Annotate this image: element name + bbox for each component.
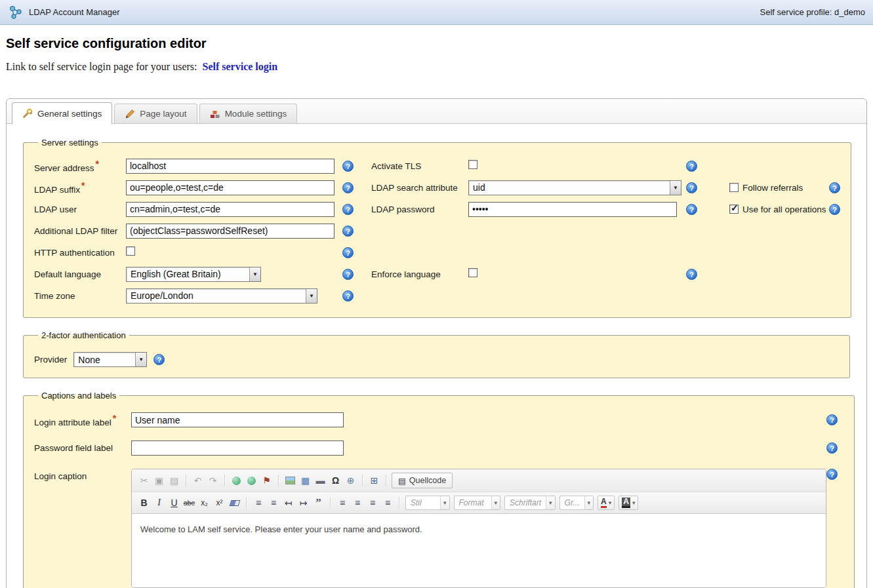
captions-legend: Captions and labels xyxy=(38,391,119,401)
ldap-search-attribute-select[interactable]: uid ▼ xyxy=(468,180,681,195)
provider-row: Provider None ▼ ? xyxy=(34,352,839,367)
additional-ldap-filter-input[interactable] xyxy=(126,224,335,239)
source-code-button[interactable]: ▤ Quellcode xyxy=(392,473,453,488)
help-icon[interactable]: ? xyxy=(686,269,697,280)
paste-button[interactable]: ▤ xyxy=(167,474,181,488)
help-icon[interactable]: ? xyxy=(826,442,838,454)
style-dropdown[interactable]: Stil ▾ xyxy=(405,496,450,510)
tab-module-settings[interactable]: Module settings xyxy=(199,104,298,123)
font-size-dropdown-label: Gr... xyxy=(560,496,584,509)
help-icon[interactable]: ? xyxy=(342,225,354,237)
enforce-language-checkbox[interactable] xyxy=(468,268,477,277)
align-justify-button[interactable]: ≡ xyxy=(380,496,394,510)
align-center-button[interactable]: ≡ xyxy=(350,496,364,510)
server-address-input[interactable] xyxy=(126,159,335,174)
help-icon[interactable]: ? xyxy=(686,161,697,172)
default-language-select[interactable]: English (Great Britain) ▼ xyxy=(126,267,261,282)
help-icon[interactable]: ? xyxy=(342,290,354,302)
help-icon[interactable]: ? xyxy=(342,161,354,172)
undo-button[interactable]: ↶ xyxy=(191,474,205,488)
remove-format-button[interactable] xyxy=(228,496,241,510)
chevron-down-icon: ▼ xyxy=(249,267,260,281)
subscript-button[interactable]: x₂ xyxy=(197,496,211,510)
two-factor-fieldset: 2-factor authentication Provider None ▼ … xyxy=(23,330,850,378)
table-button[interactable]: ▦ xyxy=(298,474,312,488)
follow-referrals-checkbox[interactable] xyxy=(729,183,739,192)
copy-button[interactable]: ▣ xyxy=(152,474,166,488)
use-for-all-operations-checkbox[interactable] xyxy=(729,205,739,214)
iframe-button[interactable]: ⊕ xyxy=(344,474,357,488)
self-service-login-link[interactable]: Self service login xyxy=(202,61,277,72)
editor-toolbar-row-1: ✂ ▣ ▤ ↶ ↷ ⚑ ▦ ▬ Ω xyxy=(132,469,826,492)
help-icon[interactable]: ? xyxy=(342,204,354,215)
tab-general-settings[interactable]: General settings xyxy=(12,102,112,124)
font-dropdown[interactable]: Schriftart ▾ xyxy=(504,496,556,510)
help-icon[interactable]: ? xyxy=(829,182,840,193)
time-zone-select[interactable]: Europe/London ▼ xyxy=(126,288,317,304)
strikethrough-button[interactable]: abe xyxy=(182,496,196,510)
lam-logo-icon xyxy=(8,5,23,20)
activate-tls-label: Activate TLS xyxy=(371,161,421,171)
ldap-user-input[interactable] xyxy=(126,202,335,217)
image-button[interactable] xyxy=(283,474,297,488)
help-icon[interactable]: ? xyxy=(826,469,838,480)
font-size-dropdown[interactable]: Gr... ▾ xyxy=(559,496,594,510)
follow-referrals-label: Follow referrals xyxy=(742,183,803,193)
help-icon[interactable]: ? xyxy=(342,247,354,258)
eraser-icon xyxy=(229,500,240,506)
text-color-button[interactable]: A ▾ xyxy=(598,496,615,510)
help-icon[interactable]: ? xyxy=(342,182,354,193)
activate-tls-checkbox[interactable] xyxy=(468,160,477,169)
tab-label: General settings xyxy=(37,109,102,119)
help-icon[interactable]: ? xyxy=(826,414,838,425)
maximize-button[interactable]: ⊞ xyxy=(367,474,381,488)
toolbar-separator xyxy=(278,475,279,486)
time-zone-row: Time zone Europe/London ▼ ? xyxy=(34,288,840,304)
format-dropdown[interactable]: Format ▾ xyxy=(454,496,501,510)
superscript-button[interactable]: x² xyxy=(213,496,226,510)
special-char-button[interactable]: Ω xyxy=(329,474,342,488)
ldap-suffix-input[interactable] xyxy=(126,180,335,195)
help-icon[interactable]: ? xyxy=(829,204,840,215)
redo-button[interactable]: ↷ xyxy=(206,474,220,488)
increase-indent-button[interactable]: ↦ xyxy=(296,496,310,510)
ldap-password-label: LDAP password xyxy=(371,205,435,214)
ldap-user-row: LDAP user ? LDAP password ? Use for all … xyxy=(34,201,840,217)
ldap-suffix-row: LDAP suffix* ? LDAP search attribute uid… xyxy=(34,180,840,195)
decrease-indent-button[interactable]: ↤ xyxy=(281,496,295,510)
password-field-input[interactable] xyxy=(131,441,344,456)
ldap-user-label: LDAP user xyxy=(34,205,77,214)
toolbar-separator xyxy=(386,475,386,486)
anchor-button[interactable]: ⚑ xyxy=(260,474,274,488)
http-authentication-checkbox[interactable] xyxy=(126,246,135,256)
provider-select[interactable]: None ▼ xyxy=(73,352,147,367)
underline-button[interactable]: U xyxy=(167,496,181,510)
help-icon[interactable]: ? xyxy=(686,182,697,193)
cut-button[interactable]: ✂ xyxy=(137,474,151,488)
numbered-list-button[interactable]: ≡ xyxy=(251,496,265,510)
bold-button[interactable]: B xyxy=(137,496,151,510)
tabs-panel: General settings Page layout Module sett… xyxy=(6,98,867,588)
horizontal-rule-button[interactable]: ▬ xyxy=(314,474,327,488)
help-icon[interactable]: ? xyxy=(342,269,354,280)
bulleted-list-button[interactable]: ≡ xyxy=(266,496,280,510)
use-for-all-operations-label: Use for all operations xyxy=(742,205,826,214)
help-icon[interactable]: ? xyxy=(153,354,165,365)
login-attribute-input[interactable] xyxy=(131,412,344,427)
align-left-button[interactable]: ≡ xyxy=(335,496,349,510)
align-right-button[interactable]: ≡ xyxy=(365,496,379,510)
link-button[interactable] xyxy=(230,474,243,488)
image-icon xyxy=(285,477,295,484)
background-color-button[interactable]: A ▾ xyxy=(619,496,638,510)
header-bar: LDAP Account Manager Self service profil… xyxy=(0,0,873,25)
editor-content[interactable]: Welcome to LAM self service. Please ente… xyxy=(132,514,826,587)
blockquote-button[interactable]: ” xyxy=(312,496,325,510)
help-icon[interactable]: ? xyxy=(686,204,697,215)
italic-button[interactable]: I xyxy=(152,496,166,510)
tab-page-layout[interactable]: Page layout xyxy=(114,104,197,123)
text-color-icon: A xyxy=(601,498,607,508)
tab-label: Page layout xyxy=(140,109,186,119)
ldap-password-input[interactable] xyxy=(468,202,677,217)
font-dropdown-label: Schriftart xyxy=(505,496,546,509)
unlink-button[interactable] xyxy=(245,474,258,488)
